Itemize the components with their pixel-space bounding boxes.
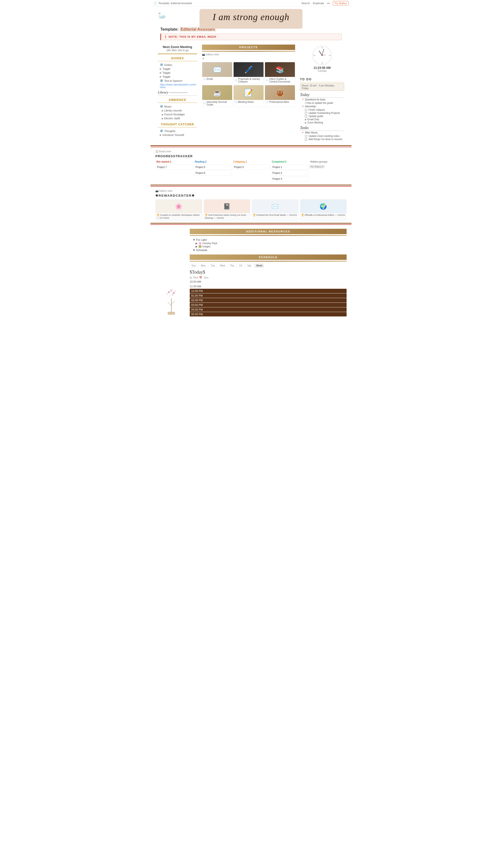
sun-label: Sun. bbox=[204, 276, 209, 279]
tts-link[interactable]: https://www.naturalreaders.com/online/ bbox=[158, 83, 197, 89]
progress-card-p3[interactable]: Project 3 bbox=[271, 176, 308, 182]
todo-item-internship: ✔ Internship: bbox=[300, 105, 344, 108]
progress-card-p4[interactable]: Project 4 bbox=[232, 165, 270, 170]
top-bar: 📄 Template: Editorial Assistant Search D… bbox=[151, 0, 351, 7]
reward-section: 📷 Gallery view ✱REWARDCENTER✱ 🌸 🏆 Create… bbox=[155, 189, 347, 220]
track-1[interactable]: ▶ Library sounds bbox=[158, 108, 197, 112]
progress-card-p2[interactable]: Project 2 bbox=[271, 170, 308, 176]
floristry-pack[interactable]: ▶ 🌸 Floristry Pack bbox=[190, 242, 347, 245]
toggle-1[interactable]: ▶ Toggle bbox=[158, 67, 197, 71]
images-item[interactable]: ▶ 🖼️ Images bbox=[190, 245, 347, 248]
toggle-2[interactable]: ▶ Toggle bbox=[158, 71, 197, 75]
gallery-label[interactable]: 📷 Gallery view bbox=[202, 53, 295, 56]
zoom-section: Next Zoom Meeting 16h 36m 10s to go bbox=[158, 43, 197, 54]
tab-wed[interactable]: Wed. bbox=[218, 264, 227, 268]
section-divider-3 bbox=[151, 223, 351, 225]
col-not-started: Not started 1 Project 7 bbox=[155, 160, 193, 182]
projects-divider bbox=[202, 51, 295, 52]
col-hidden: Hidden groups No Status 0 bbox=[309, 160, 347, 182]
reward-desc-2: 🏆 Took Extensive Notes During 1st Zoom M… bbox=[204, 213, 250, 220]
tab-fri[interactable]: Fri. bbox=[238, 264, 245, 268]
duplicate-button[interactable]: Duplicate bbox=[313, 2, 324, 5]
toggle-3[interactable]: ▶ Toggle bbox=[158, 75, 197, 79]
reward-card-4[interactable]: 🌍 🏆 Officially a Professional Editor! — … bbox=[300, 199, 347, 220]
todo-finish-critiques[interactable]: Finish critiques bbox=[300, 108, 344, 112]
projects-header: PROJECTS bbox=[202, 44, 295, 50]
project-card-attire[interactable]: 👜 📄 Professional Attire bbox=[265, 85, 295, 107]
schedule-time-labels: by Time 📅 Sun. bbox=[190, 276, 347, 279]
search-button[interactable]: Search bbox=[301, 2, 310, 5]
tab-week[interactable]: Week bbox=[254, 264, 264, 268]
thoughts-item: ⚙️ Thoughts bbox=[158, 129, 197, 133]
progress-section: 📋 Board view PROGRESSTRACKER Not started… bbox=[151, 149, 351, 182]
try-notion-button[interactable]: Try Notion bbox=[333, 1, 349, 6]
todo-zoom-notes[interactable]: Update Zoom meeting notes bbox=[300, 134, 344, 138]
time-12pm: 12:00 PM bbox=[190, 289, 347, 293]
reward-img-2: 📓 bbox=[204, 200, 250, 213]
time-5pm: 05:00 PM bbox=[190, 312, 347, 317]
tab-tue[interactable]: Tue. bbox=[209, 264, 218, 268]
hero-section: 🦢 I am strong enough bbox=[151, 7, 351, 25]
no-status-badge: No Status 0 bbox=[309, 165, 325, 168]
additional-divider bbox=[190, 235, 347, 236]
clock-section: 11:23:50 AM Tuesday bbox=[300, 43, 344, 75]
tab-mon[interactable]: Mon. bbox=[199, 264, 208, 268]
svg-line-5 bbox=[319, 51, 322, 55]
project-name-proposals: 📄 Proposals & Literary Critiques bbox=[234, 77, 263, 84]
right-sidebar: 11:23:50 AM Tuesday TO DO Hours: 10 am' … bbox=[298, 43, 347, 143]
reward-card-1[interactable]: 🌸 🏆 Created An Aesthetic Workspace Notio… bbox=[155, 199, 202, 220]
flower-svg bbox=[160, 286, 182, 316]
page-icon: 📄 bbox=[153, 2, 157, 5]
progress-card-p1[interactable]: Project 1 bbox=[271, 165, 308, 170]
zoom-label: Next Zoom Meeting bbox=[158, 45, 197, 49]
thought-catcher-title: THOUGHT CATCHER bbox=[158, 120, 197, 127]
tab-thu[interactable]: Thu. bbox=[229, 264, 237, 268]
tab-sun[interactable]: Sun. bbox=[190, 264, 198, 268]
todo-resume[interactable]: Add things I've done to resume bbox=[300, 138, 344, 141]
project-card-email[interactable]: ✉️ 📄 Email bbox=[202, 62, 232, 84]
schedule-toggle[interactable]: ▼ Schedule bbox=[190, 248, 347, 252]
title-prefix: Template: bbox=[160, 27, 179, 31]
todo-email-duty[interactable]: ▶Email Duty bbox=[300, 118, 344, 121]
reward-gallery-label: 📷 Gallery view bbox=[155, 189, 347, 193]
introduce-toggle[interactable]: ▶ Introduce Yourself bbox=[158, 133, 197, 137]
reward-desc-3: 🏆 Finished My First Email Week! — 3/12/2… bbox=[252, 213, 298, 217]
todo-update-guide[interactable]: Update guide bbox=[300, 115, 344, 118]
reward-card-2[interactable]: 📓 🏆 Took Extensive Notes During 1st Zoom… bbox=[204, 199, 251, 220]
reward-img-1: 🌸 bbox=[155, 200, 202, 213]
reward-card-3[interactable]: ✉️ 🏆 Finished My First Email Week! — 3/1… bbox=[252, 199, 299, 220]
progress-card-p6[interactable]: Project 6 bbox=[194, 170, 231, 176]
notice-icon: ❗ bbox=[164, 35, 168, 38]
project-card-internship[interactable]: ☕ 📄 Internship Survival Guide bbox=[202, 85, 232, 107]
tab-sat[interactable]: Sat. bbox=[245, 264, 253, 268]
time-4pm: 04:00 PM bbox=[190, 307, 347, 312]
for-later-toggle[interactable]: ▼ For Later bbox=[190, 238, 347, 242]
project-card-meeting[interactable]: 📝 📄 Meeting Notes bbox=[233, 85, 264, 107]
svg-point-12 bbox=[168, 291, 170, 293]
todo-update-outstanding[interactable]: Update Outstanding Projects bbox=[300, 112, 344, 115]
more-button[interactable]: ••• bbox=[327, 2, 330, 5]
library-label: Library —————— bbox=[158, 89, 197, 96]
additional-right: ADDITIONAL RESOURCES ▼ For Later ▶ 🌸 Flo… bbox=[190, 227, 347, 317]
section-divider-1 bbox=[151, 145, 351, 147]
track-2[interactable]: ▶ French Nostalgia bbox=[158, 112, 197, 116]
project-name-intern-guides: 📄 Intern Guides & Central Documents bbox=[265, 77, 295, 84]
clock-time: 11:23:50 AM bbox=[313, 66, 331, 70]
todo-zoom-meeting[interactable]: ▶Zoom Meeting bbox=[300, 121, 344, 124]
progress-card-p7[interactable]: Project 7 bbox=[155, 165, 193, 170]
project-card-proposals[interactable]: 🖊️ 📄 Proposals & Literary Critiques bbox=[233, 62, 264, 84]
project-card-intern-guides[interactable]: 📚 📄 Intern Guides & Central Documents bbox=[265, 62, 295, 84]
progress-title: PROGRESSTRACKER bbox=[155, 153, 347, 159]
hero-title: I am strong enough bbox=[151, 11, 351, 22]
svg-point-16 bbox=[174, 291, 176, 292]
project-name-meeting: 📄 Meeting Notes bbox=[234, 100, 263, 104]
todo-item-questions: ✔ Questions for boss: bbox=[300, 98, 344, 101]
track-3[interactable]: ▶ Electric Uplift bbox=[158, 116, 197, 120]
time-11am: 11:00 AM bbox=[190, 284, 347, 289]
todo-sub-guide: • How to update the guide bbox=[300, 101, 344, 105]
project-name-email: 📄 Email bbox=[202, 77, 232, 81]
flower-decoration bbox=[159, 285, 183, 317]
progress-card-p5[interactable]: Project 5 bbox=[194, 165, 231, 170]
resources-list: ▼ For Later ▶ 🌸 Floristry Pack ▶ 🖼️ Imag… bbox=[190, 237, 347, 253]
breadcrumb: Template: Editorial Assistant bbox=[158, 2, 192, 5]
